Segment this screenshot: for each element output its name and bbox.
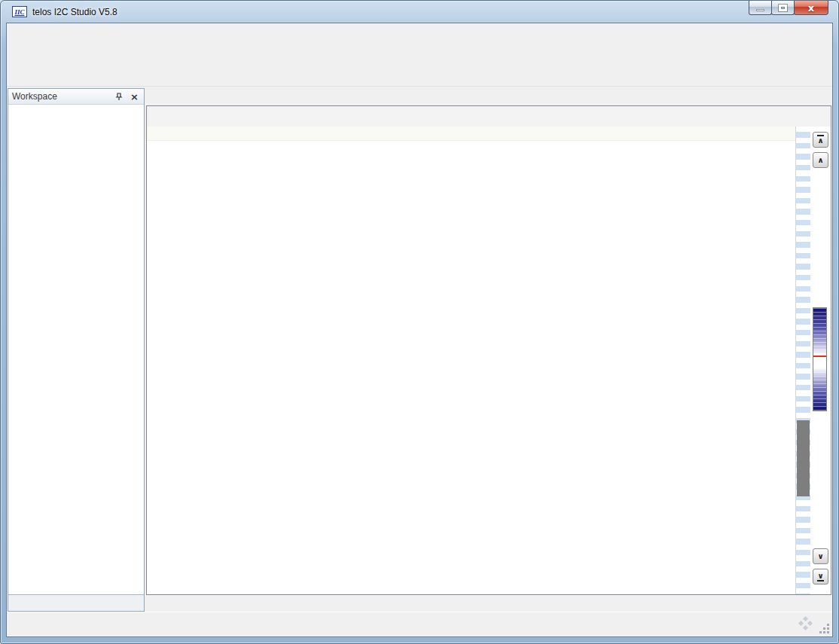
mode-bar [147,106,831,127]
maximize-icon [779,5,787,11]
trace-position-minimap[interactable] [813,307,827,411]
pin-icon[interactable] [114,91,125,102]
scroll-down-icon [817,552,823,560]
maximize-button[interactable] [771,1,795,15]
sidebar-bottom-tabs [8,594,144,611]
workspace-panel-title: Workspace [12,91,110,102]
table-region [147,127,831,594]
view-tabs [146,595,831,612]
status-bar [7,612,832,636]
scroll-last-icon [817,572,823,581]
close-button[interactable] [794,1,828,15]
toolbar [7,43,832,87]
workspace-tree [8,105,144,594]
table-header-row [147,127,795,141]
app-icon: IIC [12,6,27,17]
window-title: telos I2C Studio V5.8 [32,7,117,17]
scroll-first-icon [817,135,823,145]
close-icon [808,1,814,14]
workspace-panel-header: Workspace [8,89,144,105]
table-viewport [147,141,795,594]
scroll-up-icon [817,156,823,164]
scroll-up-button[interactable] [813,152,828,168]
scroll-button-rail [810,127,831,594]
vertical-scrollbar[interactable] [795,127,810,594]
minimize-icon [756,9,764,11]
scroll-first-button[interactable] [813,132,828,148]
scroll-last-button[interactable] [813,569,828,584]
panel-close-icon[interactable] [129,91,140,102]
client-area: Workspace [6,23,833,637]
trace-panel [146,105,831,595]
title-bar: IIC telos I2C Studio V5.8 [6,1,833,23]
workspace-panel: Workspace [8,88,145,612]
message-table [147,127,795,594]
scrollbar-thumb[interactable] [797,420,810,496]
minimize-button[interactable] [749,1,772,15]
document-area [146,88,831,612]
window-controls [749,1,828,15]
main-area: Workspace [7,87,832,612]
resize-grip[interactable] [819,624,830,634]
app-window: IIC telos I2C Studio V5.8 Workspace [0,0,839,644]
menu-bar [7,23,832,43]
scroll-down-button[interactable] [813,548,828,564]
pan-icon [799,617,813,630]
document-tabs [146,88,831,105]
